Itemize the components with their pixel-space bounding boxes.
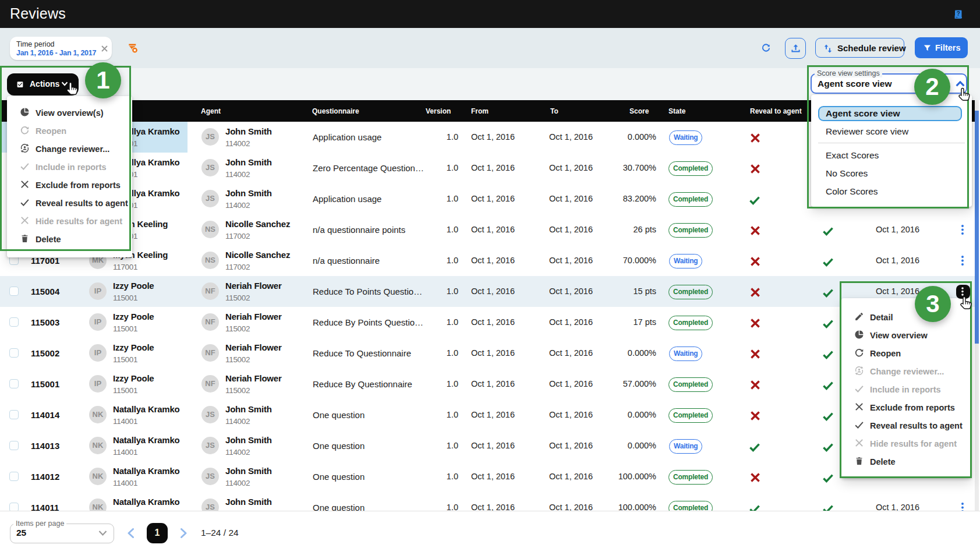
svg-text:?: ? — [957, 10, 960, 17]
